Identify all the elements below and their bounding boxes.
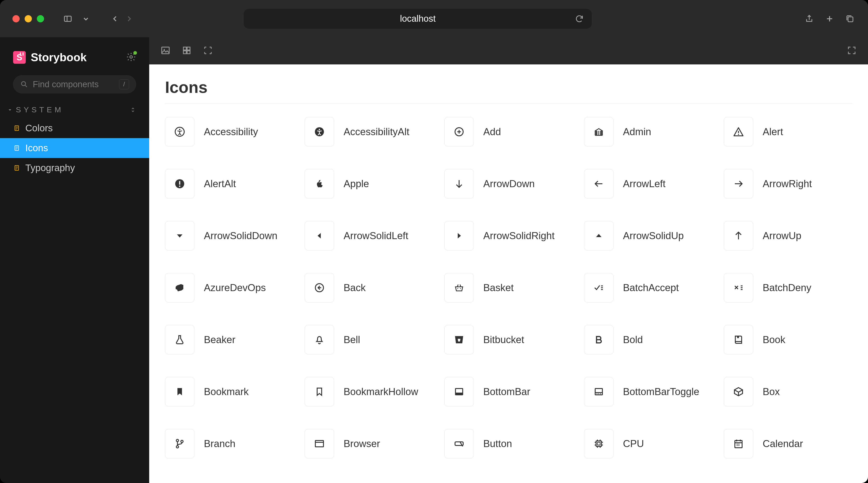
svg-point-28 bbox=[130, 56, 132, 58]
icon-item-basket[interactable]: Basket bbox=[444, 273, 573, 302]
caret-down-icon bbox=[7, 107, 13, 113]
icon-item-batch-accept[interactable]: BatchAccept bbox=[584, 273, 712, 302]
icon-label: AccessibilityAlt bbox=[344, 126, 409, 137]
icon-item-bold[interactable]: Bold bbox=[584, 325, 712, 354]
reload-button[interactable] bbox=[574, 13, 585, 24]
window-controls bbox=[12, 15, 44, 22]
icon-item-branch[interactable]: Branch bbox=[165, 429, 293, 458]
icon-item-alert-alt[interactable]: AlertAlt bbox=[165, 169, 293, 198]
bitbucket-icon bbox=[444, 325, 474, 354]
icon-item-cpu[interactable]: CPU bbox=[584, 429, 712, 458]
icon-item-azure-devops[interactable]: AzureDevOps bbox=[165, 273, 293, 302]
bookmark-icon bbox=[165, 377, 194, 407]
search-placeholder: Find components bbox=[33, 79, 115, 89]
icon-label: AzureDevOps bbox=[204, 282, 266, 293]
tab-dropdown-button[interactable] bbox=[80, 13, 92, 24]
address-bar[interactable]: localhost bbox=[244, 9, 592, 29]
svg-rect-32 bbox=[183, 47, 186, 50]
share-button[interactable] bbox=[804, 13, 815, 24]
icon-item-arrow-solid-up[interactable]: ArrowSolidUp bbox=[584, 221, 712, 251]
chevron-down-icon bbox=[81, 14, 90, 23]
icon-item-bitbucket[interactable]: Bitbucket bbox=[444, 325, 573, 354]
icon-item-bottom-bar[interactable]: BottomBar bbox=[444, 377, 573, 407]
plus-icon bbox=[825, 14, 834, 23]
icon-label: ArrowUp bbox=[763, 230, 801, 242]
search-input[interactable]: Find components / bbox=[13, 75, 136, 93]
calendar-icon bbox=[724, 429, 753, 458]
icon-item-back[interactable]: Back bbox=[305, 273, 433, 302]
icon-item-arrow-solid-down[interactable]: ArrowSolidDown bbox=[165, 221, 293, 251]
settings-button[interactable] bbox=[126, 52, 136, 63]
icon-label: Alert bbox=[763, 126, 783, 137]
browser-icon bbox=[305, 429, 334, 458]
icon-label: ArrowSolidRight bbox=[483, 230, 555, 242]
icon-item-add[interactable]: Add bbox=[444, 117, 573, 147]
back-button[interactable] bbox=[110, 13, 121, 24]
bottom-bar-toggle-icon bbox=[584, 377, 614, 407]
icon-label: BatchDeny bbox=[763, 282, 811, 293]
sidebar-item-colors[interactable]: Colors bbox=[0, 118, 149, 138]
icon-label: Book bbox=[763, 334, 785, 345]
maximize-window-button[interactable] bbox=[37, 15, 44, 22]
icon-label: BatchAccept bbox=[623, 282, 679, 293]
toolbar-outline-button[interactable] bbox=[203, 45, 213, 56]
toolbar-fullscreen-button[interactable] bbox=[847, 45, 857, 56]
icon-item-arrow-solid-left[interactable]: ArrowSolidLeft bbox=[305, 221, 433, 251]
sidebar-toggle-button[interactable] bbox=[62, 13, 73, 24]
icon-grid: Accessibility AccessibilityAlt Add Admin… bbox=[165, 117, 852, 458]
icon-item-box[interactable]: Box bbox=[724, 377, 852, 407]
bell-icon bbox=[305, 325, 334, 354]
icon-item-accessibility[interactable]: Accessibility bbox=[165, 117, 293, 147]
icon-label: Apple bbox=[344, 178, 369, 189]
icon-item-browser[interactable]: Browser bbox=[305, 429, 433, 458]
minimize-window-button[interactable] bbox=[25, 15, 32, 22]
sidebar-item-typography[interactable]: Typography bbox=[0, 158, 149, 178]
azure-devops-icon bbox=[165, 273, 194, 302]
icon-item-book[interactable]: Book bbox=[724, 325, 852, 354]
arrow-right-icon bbox=[724, 169, 753, 198]
new-tab-button[interactable] bbox=[824, 13, 835, 24]
search-icon bbox=[20, 80, 28, 88]
icon-item-arrow-up[interactable]: ArrowUp bbox=[724, 221, 852, 251]
arrow-left-icon bbox=[584, 169, 614, 198]
icon-label: Bitbucket bbox=[483, 334, 524, 345]
forward-button[interactable] bbox=[123, 13, 134, 24]
icon-label: ArrowSolidUp bbox=[623, 230, 684, 242]
close-window-button[interactable] bbox=[12, 15, 20, 22]
icon-label: Button bbox=[483, 438, 512, 449]
toolbar-image-button[interactable] bbox=[160, 45, 170, 56]
icon-label: Add bbox=[483, 126, 501, 137]
icon-item-calendar[interactable]: Calendar bbox=[724, 429, 852, 458]
icon-item-batch-deny[interactable]: BatchDeny bbox=[724, 273, 852, 302]
document-icon bbox=[13, 164, 20, 171]
toolbar-grid-button[interactable] bbox=[182, 45, 192, 56]
icon-item-alert[interactable]: Alert bbox=[724, 117, 852, 147]
svg-rect-35 bbox=[187, 51, 190, 54]
icon-item-bottom-bar-toggle[interactable]: BottomBarToggle bbox=[584, 377, 712, 407]
sidebar-item-icons[interactable]: Icons bbox=[0, 138, 149, 158]
icon-item-arrow-right[interactable]: ArrowRight bbox=[724, 169, 852, 198]
icon-item-admin[interactable]: Admin bbox=[584, 117, 712, 147]
svg-rect-33 bbox=[187, 47, 190, 50]
sidebar-item-label: Colors bbox=[25, 123, 53, 134]
sidebar-category-system[interactable]: SYSTEM bbox=[0, 101, 149, 118]
tabs-overview-button[interactable] bbox=[844, 13, 856, 24]
icon-label: Calendar bbox=[763, 438, 803, 449]
icon-item-accessibility-alt[interactable]: AccessibilityAlt bbox=[305, 117, 433, 147]
icon-item-button[interactable]: Button bbox=[444, 429, 573, 458]
icon-item-bookmark[interactable]: Bookmark bbox=[165, 377, 293, 407]
icon-item-bell[interactable]: Bell bbox=[305, 325, 433, 354]
icon-item-apple[interactable]: Apple bbox=[305, 169, 433, 198]
add-icon bbox=[444, 117, 474, 147]
icon-item-arrow-left[interactable]: ArrowLeft bbox=[584, 169, 712, 198]
icon-item-beaker[interactable]: Beaker bbox=[165, 325, 293, 354]
icon-item-arrow-down[interactable]: ArrowDown bbox=[444, 169, 573, 198]
icon-item-arrow-solid-right[interactable]: ArrowSolidRight bbox=[444, 221, 573, 251]
icon-item-bookmark-hollow[interactable]: BookmarkHollow bbox=[305, 377, 433, 407]
icon-label: CPU bbox=[623, 438, 644, 449]
tabs-icon bbox=[845, 14, 855, 23]
search-shortcut-key: / bbox=[119, 79, 129, 89]
cpu-icon bbox=[584, 429, 614, 458]
sidebar-item-label: Typography bbox=[25, 162, 75, 173]
book-icon bbox=[724, 325, 753, 354]
